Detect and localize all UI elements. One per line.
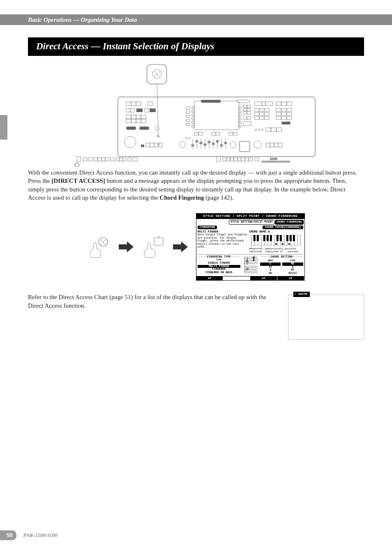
svg-rect-15 — [131, 115, 136, 119]
svg-point-164 — [100, 244, 101, 244]
svg-point-159 — [157, 75, 157, 76]
svg-rect-45 — [238, 111, 241, 113]
svg-rect-42 — [192, 122, 195, 124]
svg-point-198 — [282, 243, 284, 245]
body-paragraph: With the convenient Direct Access functi… — [28, 168, 364, 202]
chord-setting-block: ······CHORD SETTING······ ROOT TYPE C M5… — [260, 256, 303, 275]
mini-keyboard-icon — [249, 235, 303, 246]
svg-rect-63 — [247, 117, 251, 120]
model-name: PSR-2100/1100 — [23, 532, 57, 539]
svg-rect-128 — [101, 158, 105, 161]
svg-rect-196 — [293, 235, 295, 241]
svg-rect-104 — [287, 108, 292, 111]
svg-rect-121 — [274, 143, 278, 147]
svg-rect-47 — [238, 118, 241, 120]
svg-rect-59 — [247, 108, 251, 111]
svg-point-66 — [230, 141, 236, 148]
svg-rect-37 — [186, 123, 190, 126]
svg-rect-119 — [266, 143, 270, 147]
footer-arrows-cell: ▲▼ — [277, 276, 304, 280]
svg-rect-140 — [226, 158, 230, 161]
fingering-type-option: FINGERED ON BASS — [198, 271, 241, 274]
svg-rect-40 — [192, 114, 195, 116]
svg-rect-11 — [136, 108, 143, 112]
svg-rect-17 — [141, 115, 146, 119]
svg-rect-134 — [128, 158, 131, 161]
svg-rect-10 — [131, 108, 134, 112]
svg-point-215 — [253, 260, 254, 261]
chord-fingering-ref: Chord Fingering — [159, 194, 204, 201]
svg-rect-106 — [281, 113, 286, 115]
svg-rect-111 — [281, 122, 291, 124]
svg-rect-19 — [131, 119, 136, 123]
svg-rect-53 — [216, 132, 220, 135]
svg-rect-32 — [158, 143, 162, 147]
svg-marker-168 — [119, 242, 134, 253]
step-press-target-button — [142, 235, 165, 258]
section-title: Direct Access — Instant Selection of Dis… — [36, 41, 214, 51]
svg-rect-132 — [120, 158, 123, 161]
svg-point-67 — [185, 137, 187, 139]
svg-rect-88 — [262, 102, 265, 106]
hand-press-icon — [142, 235, 165, 258]
lcd-footer-arrows: ▲▼ ▲▼ ▲▼ — [196, 276, 304, 280]
svg-rect-193 — [280, 235, 282, 241]
svg-point-155 — [154, 76, 155, 76]
chord-root-option: C# — [260, 266, 281, 269]
svg-rect-31 — [154, 143, 158, 147]
svg-rect-21 — [141, 119, 146, 123]
svg-rect-39 — [192, 111, 195, 113]
svg-rect-43 — [192, 125, 195, 127]
svg-point-166 — [102, 241, 103, 242]
svg-rect-12 — [145, 108, 148, 112]
step-press-direct-access — [88, 235, 111, 258]
chord-type-selected: M5 — [282, 263, 303, 266]
fingering-type-option: FINGERED — [198, 268, 241, 271]
svg-point-157 — [156, 73, 157, 74]
svg-rect-1 — [240, 141, 250, 152]
svg-rect-52 — [212, 132, 216, 135]
svg-rect-6 — [131, 102, 136, 106]
svg-rect-9 — [126, 108, 130, 112]
chord-root-selected: C — [260, 263, 281, 266]
svg-rect-51 — [198, 132, 203, 135]
svg-rect-109 — [281, 117, 286, 120]
svg-rect-107 — [287, 113, 292, 115]
chord-name-row: CHORD NAME:G — [249, 230, 303, 234]
svg-rect-90 — [276, 102, 281, 106]
svg-point-68 — [189, 137, 190, 139]
svg-point-118 — [254, 141, 261, 148]
note-box: NOTE — [288, 295, 364, 340]
svg-rect-103 — [281, 108, 286, 111]
svg-rect-16 — [136, 115, 141, 119]
lcd-tabs: STYLE SETTING/SPLIT POINT CHORD FINGERIN… — [196, 219, 304, 225]
svg-point-152 — [152, 69, 161, 78]
svg-rect-87 — [254, 102, 262, 106]
svg-rect-102 — [276, 108, 281, 111]
fingering-type-option: SINGLE FINGER — [198, 262, 241, 265]
svg-rect-117 — [277, 128, 281, 131]
svg-rect-95 — [264, 108, 269, 111]
svg-rect-58 — [243, 108, 247, 111]
svg-rect-195 — [290, 235, 292, 241]
svg-rect-29 — [146, 143, 150, 147]
svg-rect-125 — [88, 158, 92, 161]
svg-rect-74 — [200, 142, 202, 144]
svg-rect-2 — [194, 101, 239, 130]
svg-point-165 — [104, 244, 105, 244]
svg-rect-44 — [238, 107, 241, 109]
lcd-tab-chord-fingering: CHORD FINGERING — [275, 220, 304, 225]
breadcrumb: Basic Operations — Organizing Your Data — [0, 14, 392, 25]
chord-name-value: G — [268, 230, 270, 233]
type-label: TYPE — [282, 260, 303, 263]
svg-rect-94 — [259, 108, 264, 111]
svg-point-24 — [155, 126, 159, 130]
page-footer: 50 PSR-2100/1100 — [0, 530, 58, 540]
svg-point-153 — [154, 71, 155, 72]
chord-type-option: M7#11 — [282, 272, 303, 275]
lcd-tab-style-setting: STYLE SETTING/SPLIT POINT — [229, 220, 274, 225]
chord-setting-title: CHORD SETTING — [271, 256, 293, 258]
multi-finger-label: MULTI FINGER: — [198, 230, 247, 233]
svg-rect-96 — [254, 113, 259, 115]
svg-rect-192 — [277, 235, 279, 241]
